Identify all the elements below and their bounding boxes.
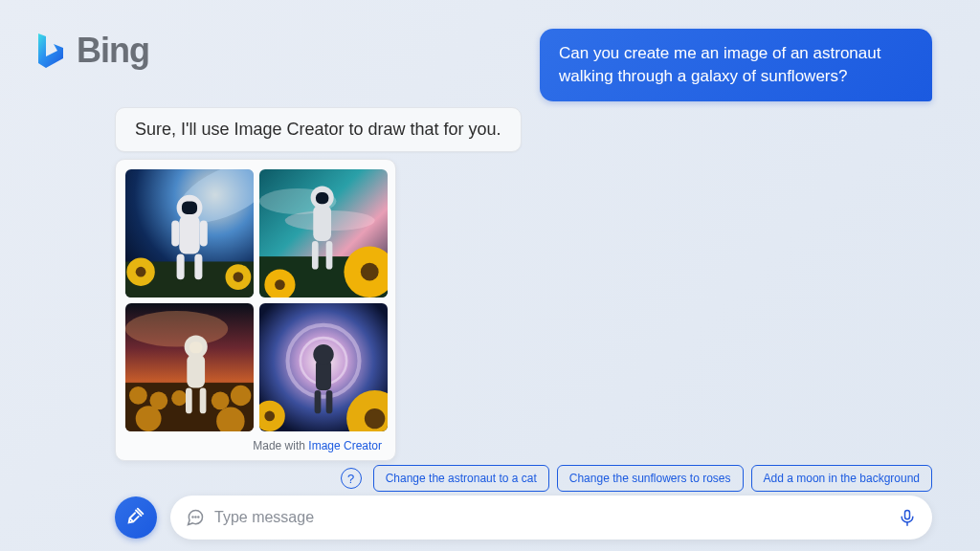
svg-rect-40 (200, 387, 207, 413)
svg-point-4 (136, 267, 146, 277)
svg-point-54 (195, 517, 196, 518)
svg-rect-11 (171, 221, 179, 247)
user-message-bubble: Can you create me an image of an astrona… (540, 29, 932, 101)
svg-rect-41 (189, 342, 202, 353)
svg-point-46 (365, 408, 385, 429)
svg-rect-51 (315, 390, 322, 413)
generated-image-2[interactable] (259, 169, 388, 298)
suggestion-chip-2[interactable]: Change the sunflowers to roses (557, 465, 744, 492)
svg-rect-9 (177, 253, 185, 279)
generated-image-4[interactable] (259, 303, 388, 431)
image-card-caption: Made with Image Creator (125, 431, 386, 454)
suggestion-chip-3[interactable]: Add a moon in the background (751, 465, 932, 492)
help-icon[interactable]: ? (341, 468, 362, 489)
user-message-text: Can you create me an image of an astrona… (559, 44, 880, 85)
generated-image-1[interactable] (125, 169, 254, 298)
suggestion-chip-1[interactable]: Change the astronaut to a cat (373, 465, 549, 492)
svg-rect-7 (179, 215, 199, 253)
svg-rect-10 (194, 253, 202, 279)
chat-icon (186, 508, 205, 527)
svg-point-19 (361, 263, 379, 281)
message-composer[interactable] (170, 496, 932, 540)
suggestion-row: ? Change the astronaut to a cat Change t… (341, 465, 932, 492)
svg-point-6 (234, 272, 244, 282)
composer-row (115, 496, 932, 540)
bing-logo: Bing (33, 31, 149, 71)
svg-rect-22 (313, 206, 331, 242)
svg-rect-56 (905, 511, 910, 519)
svg-rect-25 (326, 241, 333, 269)
bing-logo-icon (33, 32, 67, 70)
bing-logo-text: Bing (77, 31, 149, 71)
svg-point-32 (171, 390, 187, 406)
image-creator-link[interactable]: Image Creator (308, 439, 382, 452)
svg-rect-52 (326, 390, 333, 413)
svg-rect-37 (187, 355, 205, 388)
caption-prefix: Made with (253, 439, 308, 452)
svg-rect-12 (200, 221, 208, 247)
svg-point-34 (231, 386, 251, 406)
image-creator-card: Made with Image Creator (115, 159, 396, 461)
svg-rect-26 (316, 192, 328, 204)
svg-rect-24 (312, 241, 319, 269)
svg-point-35 (136, 406, 162, 431)
svg-point-21 (275, 279, 285, 290)
assistant-message-bubble: Sure, I'll use Image Creator to draw tha… (115, 107, 522, 152)
svg-rect-39 (186, 387, 192, 413)
generated-image-3[interactable] (125, 303, 254, 431)
svg-point-33 (212, 391, 230, 409)
svg-point-28 (125, 311, 228, 347)
microphone-icon[interactable] (898, 508, 917, 527)
image-grid (125, 169, 388, 431)
svg-point-50 (313, 344, 333, 364)
broom-icon (125, 505, 146, 530)
new-topic-button[interactable] (115, 496, 157, 539)
svg-point-55 (198, 517, 199, 518)
message-input[interactable] (214, 509, 898, 526)
svg-point-53 (192, 517, 193, 518)
svg-rect-13 (182, 202, 197, 214)
svg-point-48 (264, 411, 275, 422)
svg-point-30 (129, 386, 147, 405)
assistant-message-text: Sure, I'll use Image Creator to draw tha… (135, 120, 501, 139)
